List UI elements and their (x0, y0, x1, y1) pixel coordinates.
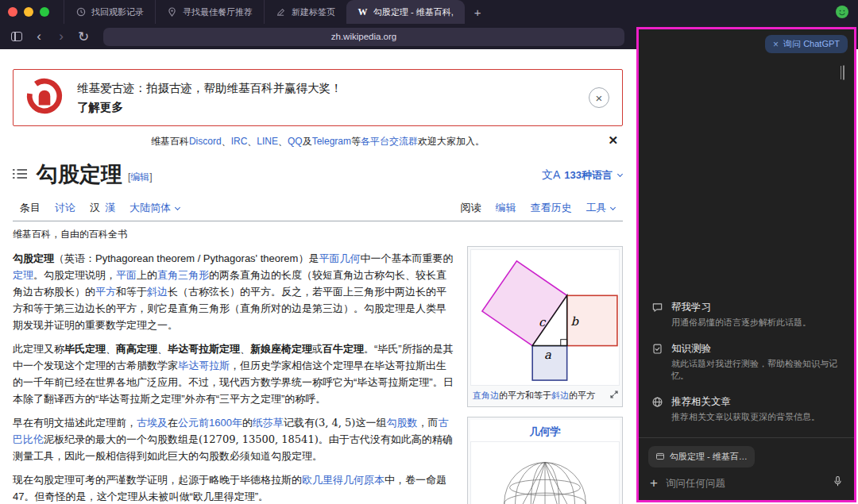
ask-chatgpt-button[interactable]: × 询问 ChatGPT (765, 35, 848, 53)
microphone-icon[interactable] (833, 475, 843, 491)
edit-title-link[interactable]: [编辑] (128, 171, 153, 184)
close-window-button[interactable] (8, 7, 17, 17)
window-controls (8, 7, 49, 17)
tab-talk[interactable]: 讨论 (48, 195, 83, 221)
text-segment: 、 (157, 343, 168, 355)
wiki-link[interactable]: 平方 (95, 286, 116, 298)
tab-tools[interactable]: 工具 (578, 195, 623, 221)
tab-history[interactable]: 查看历史 (523, 195, 578, 221)
wiki-link[interactable]: QQ (288, 136, 303, 147)
languages-count-label: 133种语言 (564, 168, 613, 183)
minimize-window-button[interactable] (24, 7, 33, 17)
suggestion-knowledge-quiz[interactable]: 知识测验 就此话题对我进行测验，帮助检验知识与记忆。 (639, 336, 854, 389)
profile-avatar[interactable] (836, 6, 848, 18)
tab-title: 寻找最佳餐厅推荐 (183, 6, 253, 18)
wiki-link[interactable]: 公元前1600年 (178, 417, 242, 429)
forward-icon[interactable]: › (51, 27, 72, 46)
wiki-link[interactable]: 几何原本 (343, 474, 385, 486)
text-segment: 的平方 (569, 391, 595, 400)
wiki-link[interactable]: IRC (231, 136, 248, 147)
tab-new-tab-page[interactable]: 新建标签页 (264, 0, 346, 24)
text-segment: 的 (242, 417, 253, 429)
notice-close-button[interactable]: ✕ (608, 133, 618, 148)
text-segment: ，而 (417, 417, 438, 429)
text-segment: 上的 (137, 269, 157, 281)
back-icon[interactable]: ‹ (29, 27, 49, 46)
text-segment: 新娘座椅定理 (250, 343, 312, 355)
side-a-label: a (544, 348, 551, 361)
wiki-link[interactable]: Telegram (312, 136, 351, 147)
wiki-link[interactable]: 毕达哥拉斯 (178, 360, 230, 371)
languages-button[interactable]: 文A 133种语言 (542, 168, 623, 183)
text-segment: 维基百科 (151, 136, 189, 147)
assistant-panel: × 询问 ChatGPT 帮我学习 用通俗易懂的语言逐步解析此话题。 知识测验 … (636, 27, 856, 502)
tab-article[interactable]: 条目 (13, 195, 48, 221)
url-text: zh.wikipedia.org (331, 32, 396, 41)
wiki-link[interactable]: 斜边 (551, 391, 569, 400)
geometry-box-title[interactable]: 几何学 (470, 420, 620, 441)
text-segment: 毕氏定理 (64, 343, 106, 355)
wiki-link[interactable]: 平面几何 (319, 252, 360, 264)
wiki-link[interactable]: 编辑 (130, 171, 149, 183)
text-segment: (12709, 13500, 18541) (199, 433, 319, 445)
tab-gougu-theorem[interactable]: W 勾股定理 - 维基百科, (346, 0, 465, 24)
zoom-window-button[interactable] (40, 7, 49, 17)
tab-watch-history[interactable]: 找回观影记录 (64, 0, 155, 24)
enlarge-icon[interactable] (610, 390, 618, 402)
wiki-link[interactable]: Discord (189, 136, 222, 147)
page-tabs: 条目 讨论 汉 漢 大陆简体 阅读 编辑 查看历史 工具 (13, 195, 623, 221)
wiki-link[interactable]: 勾股数 (386, 417, 417, 429)
text-segment: 的平方和等于 (499, 391, 551, 400)
assistant-input-row: + (639, 471, 854, 500)
history-icon (75, 7, 86, 17)
learn-icon (651, 302, 663, 317)
close-icon: × (773, 39, 779, 50)
banner-learn-more-link[interactable]: 了解更多 (77, 100, 342, 115)
text-segment: 、 (247, 136, 257, 147)
panel-collapse-icon[interactable] (843, 66, 844, 80)
variant-simplified[interactable]: 汉 (90, 201, 100, 215)
page-context-icon (655, 452, 665, 463)
text-segment: 欢迎大家加入。 (418, 136, 485, 147)
wiki-link[interactable]: 古埃及 (137, 417, 168, 429)
tab-restaurant-search[interactable]: 寻找最佳餐厅推荐 (155, 0, 264, 24)
wiki-loves-monuments-logo (25, 76, 64, 119)
attach-plus-icon[interactable]: + (650, 476, 658, 490)
wiki-link[interactable]: 平面 (116, 269, 137, 281)
language-icon: 文A (542, 168, 560, 183)
banner-close-button[interactable]: × (589, 87, 609, 108)
geometry-navbox[interactable]: 几何学 (467, 417, 623, 504)
text-segment: （英语：Pythagorean theorem / Pythagoras' th… (54, 252, 319, 264)
tab-read[interactable]: 阅读 (453, 195, 488, 221)
wiki-link[interactable]: 直角边 (473, 391, 499, 400)
contents-list-icon[interactable] (13, 168, 27, 183)
close-icon: × (596, 91, 603, 105)
wiki-link[interactable]: LINE (257, 136, 278, 147)
sidebar-toggle-icon[interactable] (6, 27, 27, 46)
tab-title: 找回观影记录 (91, 6, 144, 18)
suggestion-help-me-learn[interactable]: 帮我学习 用通俗易懂的语言逐步解析此话题。 (639, 294, 854, 335)
reload-icon[interactable]: ↻ (73, 27, 94, 46)
page-context-chip[interactable]: 勾股定理 - 维基百… (648, 446, 755, 467)
text-segment: 记载有 (284, 417, 315, 429)
variant-switch[interactable]: 汉 漢 (83, 195, 122, 221)
site-banner[interactable]: 维基爱古迹：拍摄古迹，帮助维基百科并赢得大奖！ 了解更多 × (13, 69, 623, 126)
suggestion-related-articles[interactable]: 推荐相关文章 推荐相关文章以获取更深的背景信息。 (639, 389, 854, 429)
wiki-link[interactable]: 纸莎草 (253, 417, 284, 429)
text-segment: 这一组 (355, 417, 386, 429)
wiki-link[interactable]: 斜边 (147, 286, 168, 298)
wiki-link[interactable]: 直角三角形 (157, 269, 209, 281)
pythagoras-figure[interactable]: c b a 直角边的平方和等于斜边的平方 (467, 246, 623, 407)
quiz-icon (651, 343, 663, 358)
tab-edit[interactable]: 编辑 (488, 195, 523, 221)
ask-anything-input[interactable] (666, 478, 825, 489)
wiki-link[interactable]: 欧几里得 (302, 474, 343, 486)
variant-select[interactable]: 大陆简体 (122, 195, 187, 221)
new-tab-button[interactable]: + (474, 6, 481, 19)
variant-traditional[interactable]: 漢 (105, 201, 115, 215)
wiki-link[interactable]: 定理 (13, 269, 33, 281)
text-segment: 、 (278, 136, 288, 147)
wiki-link[interactable]: 各平台交流群 (361, 136, 418, 147)
text-segment: 百牛定理 (323, 343, 364, 355)
address-bar[interactable]: zh.wikipedia.org (103, 28, 624, 46)
